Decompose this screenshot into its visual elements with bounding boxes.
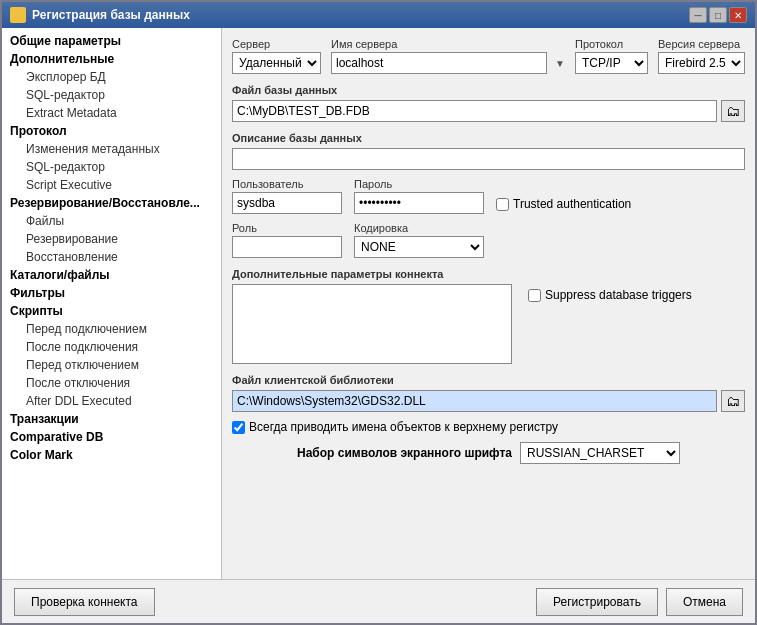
description-label: Описание базы данных [232,130,745,146]
charset-section: Набор символов экранного шрифта RUSSIAN_… [232,442,745,464]
additional-params-section: Дополнительные параметры коннекта Suppre… [232,266,745,364]
sidebar-item-explorer[interactable]: Эксплорер БД [2,68,221,86]
server-type-col: Сервер Удаленный Локальный [232,38,321,74]
suppress-triggers-row: Suppress database triggers [520,284,692,302]
sidebar-item-backup-restore[interactable]: Резервирование/Восстановле... [2,194,221,212]
password-label: Пароль [354,178,484,190]
description-section: Описание базы данных [232,130,745,170]
dialog-window: Регистрация базы данных ─ □ ✕ Общие пара… [0,0,757,625]
sidebar-item-before-disconnect[interactable]: Перед отключением [2,356,221,374]
content-area: Общие параметрыДополнительныеЭксплорер Б… [2,28,755,579]
server-version-col: Версия сервера Firebird 2.5 Firebird 3.0 [658,38,745,74]
sidebar-item-transactions[interactable]: Транзакции [2,410,221,428]
uppercase-checkbox[interactable] [232,421,245,434]
database-file-input[interactable] [232,100,717,122]
additional-params-row: Suppress database triggers [232,284,745,364]
check-connection-button[interactable]: Проверка коннекта [14,588,155,616]
user-col: Пользователь [232,178,342,214]
title-bar: Регистрация базы данных ─ □ ✕ [2,2,755,28]
role-input[interactable] [232,236,342,258]
database-file-row: 🗂 [232,100,745,122]
sidebar-item-after-connect[interactable]: После подключения [2,338,221,356]
suppress-triggers-label: Suppress database triggers [545,288,692,302]
app-icon [10,7,26,23]
sidebar-item-script-executive[interactable]: Script Executive [2,176,221,194]
user-label: Пользователь [232,178,342,190]
credentials-section: Пользователь Пароль Trusted authenticati… [232,178,745,214]
user-input[interactable] [232,192,342,214]
encoding-select[interactable]: NONE UTF8 WIN1251 [354,236,484,258]
charset-label: Набор символов экранного шрифта [297,446,512,460]
password-input[interactable] [354,192,484,214]
sidebar-item-after-ddl[interactable]: After DDL Executed [2,392,221,410]
encoding-col: Кодировка NONE UTF8 WIN1251 [354,222,484,258]
client-library-label: Файл клиентской библиотеки [232,372,745,388]
sidebar-item-meta-changes[interactable]: Изменения метаданных [2,140,221,158]
additional-params-label: Дополнительные параметры коннекта [232,266,745,282]
maximize-button[interactable]: □ [709,7,727,23]
title-bar-buttons: ─ □ ✕ [689,7,747,23]
server-type-label: Сервер [232,38,321,50]
sidebar-item-restore[interactable]: Восстановление [2,248,221,266]
sidebar-item-before-connect[interactable]: Перед подключением [2,320,221,338]
protocol-label: Протокол [575,38,648,50]
trusted-auth-label: Trusted authentication [513,197,631,211]
database-file-browse-button[interactable]: 🗂 [721,100,745,122]
password-col: Пароль [354,178,484,214]
sidebar-item-protocol[interactable]: Протокол [2,122,221,140]
database-file-section: Файл базы данных 🗂 [232,82,745,122]
sidebar-item-color-mark[interactable]: Color Mark [2,446,221,464]
cancel-button[interactable]: Отмена [666,588,743,616]
server-name-label: Имя сервера [331,38,565,50]
sidebar-item-additional[interactable]: Дополнительные [2,50,221,68]
uppercase-label: Всегда приводить имена объектов к верхне… [249,420,558,434]
role-col: Роль [232,222,342,258]
additional-params-textarea[interactable] [232,284,512,364]
encoding-label: Кодировка [354,222,484,234]
server-version-select[interactable]: Firebird 2.5 Firebird 3.0 [658,52,745,74]
sidebar-item-comparative-db[interactable]: Comparative DB [2,428,221,446]
client-library-browse-button[interactable]: 🗂 [721,390,745,412]
sidebar-item-extract-metadata[interactable]: Extract Metadata [2,104,221,122]
server-name-col: Имя сервера ▼ [331,38,565,74]
minimize-button[interactable]: ─ [689,7,707,23]
server-type-select[interactable]: Удаленный Локальный [232,52,321,74]
dialog-title: Регистрация базы данных [32,8,683,22]
trusted-auth-row: Trusted authentication [496,197,631,214]
description-input[interactable] [232,148,745,170]
server-name-input[interactable] [331,52,547,74]
server-name-row: ▼ [331,52,565,74]
sidebar-item-general[interactable]: Общие параметры [2,32,221,50]
sidebar-item-catalogs[interactable]: Каталоги/файлы [2,266,221,284]
protocol-col: Протокол TCP/IP NetBEUI [575,38,648,74]
server-section: Сервер Удаленный Локальный Имя сервера ▼… [232,38,745,74]
sidebar-item-sql-editor[interactable]: SQL-редактор [2,86,221,104]
sidebar: Общие параметрыДополнительныеЭксплорер Б… [2,28,222,579]
charset-select[interactable]: RUSSIAN_CHARSET DEFAULT UTF8 [520,442,680,464]
uppercase-check-row: Всегда приводить имена объектов к верхне… [232,420,745,434]
client-library-input[interactable] [232,390,717,412]
server-version-label: Версия сервера [658,38,745,50]
main-panel: Сервер Удаленный Локальный Имя сервера ▼… [222,28,755,579]
close-button[interactable]: ✕ [729,7,747,23]
database-file-label: Файл базы данных [232,82,745,98]
sidebar-item-sql-editor2[interactable]: SQL-редактор [2,158,221,176]
protocol-select[interactable]: TCP/IP NetBEUI [575,52,648,74]
trusted-auth-checkbox[interactable] [496,198,509,211]
sidebar-item-filters[interactable]: Фильтры [2,284,221,302]
bottom-bar: Проверка коннекта Регистрировать Отмена [2,579,755,623]
client-library-section: Файл клиентской библиотеки 🗂 [232,372,745,412]
suppress-triggers-checkbox[interactable] [528,289,541,302]
sidebar-item-files[interactable]: Файлы [2,212,221,230]
sidebar-item-after-disconnect[interactable]: После отключения [2,374,221,392]
role-label: Роль [232,222,342,234]
register-button[interactable]: Регистрировать [536,588,658,616]
sidebar-item-backup[interactable]: Резервирование [2,230,221,248]
role-encoding-section: Роль Кодировка NONE UTF8 WIN1251 [232,222,745,258]
client-library-row: 🗂 [232,390,745,412]
sidebar-item-scripts[interactable]: Скрипты [2,302,221,320]
